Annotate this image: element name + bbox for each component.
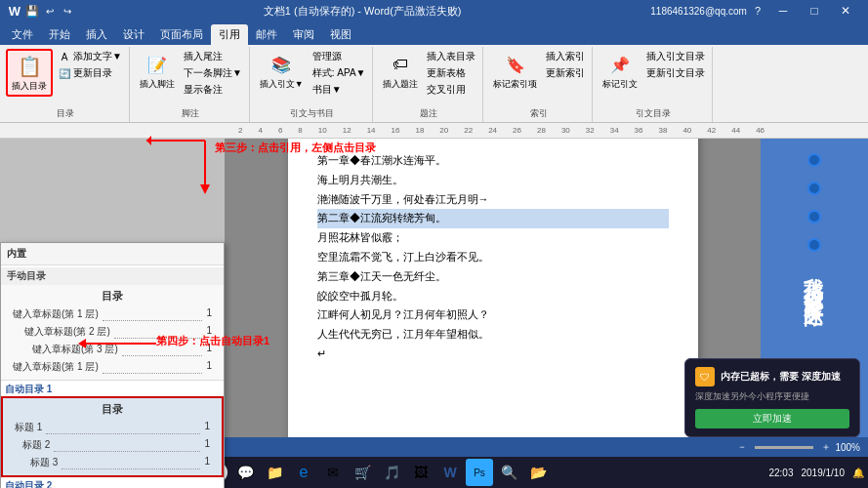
ruler-content: 2468101214161820222426283032343638404244… bbox=[228, 126, 765, 135]
undo-quick[interactable]: ↩ bbox=[43, 4, 57, 18]
tab-home[interactable]: 开始 bbox=[41, 24, 78, 45]
help-icon[interactable]: ? bbox=[755, 5, 761, 17]
toc-icon: 📋 bbox=[16, 53, 43, 80]
doc-line-11: ↵ bbox=[317, 345, 669, 364]
index-group-label: 索引 bbox=[485, 107, 592, 120]
zoom-slider[interactable] bbox=[755, 446, 813, 449]
restore-button[interactable]: □ bbox=[800, 0, 829, 21]
citation-label: 插入引文▼ bbox=[260, 78, 304, 91]
notification-icon-taskbar[interactable]: 🔔 bbox=[852, 468, 864, 478]
notification-title: 内存已超标，需要 深度加速 bbox=[721, 370, 841, 384]
authority-small-btns: 插入引文目录 更新引文目录 bbox=[643, 49, 708, 81]
insert-citation-button[interactable]: 📚 插入引文▼ bbox=[256, 49, 308, 93]
auto1-item-3[interactable]: 标题 3 1 bbox=[11, 454, 214, 471]
app-edge[interactable]: e bbox=[290, 459, 317, 486]
footnote-group-content: 📝 插入脚注 插入尾注 下一条脚注▼ 显示备注 bbox=[136, 49, 245, 108]
update-index-button[interactable]: 更新索引 bbox=[543, 65, 588, 81]
show-notes-button[interactable]: 显示备注 bbox=[181, 82, 245, 98]
app-word[interactable]: W bbox=[436, 459, 464, 486]
user-email: 1186461326@qq.com bbox=[650, 6, 747, 17]
zoom-in-button[interactable]: ＋ bbox=[821, 440, 831, 454]
style-button[interactable]: 样式: APA▼ bbox=[310, 65, 369, 81]
citation-icon: 📚 bbox=[268, 51, 295, 78]
tab-view[interactable]: 视图 bbox=[322, 24, 359, 45]
auto1-dots-1 bbox=[46, 421, 200, 434]
insert-index-button[interactable]: 插入索引 bbox=[543, 49, 588, 64]
close-button[interactable]: ✕ bbox=[831, 0, 860, 21]
app-search2[interactable]: 🔍 bbox=[495, 459, 522, 486]
ruler: 2468101214161820222426283032343638404244… bbox=[0, 123, 868, 139]
tab-mailings[interactable]: 邮件 bbox=[248, 24, 285, 45]
ribbon: 📋 插入目录 A 添加文字▼ 🔄 更新目录 目录 📝 插入脚注 bbox=[0, 45, 868, 123]
app-music[interactable]: 🎵 bbox=[378, 459, 405, 486]
app-explorer[interactable]: 📁 bbox=[261, 459, 288, 486]
update-toc-icon: 🔄 bbox=[58, 66, 71, 80]
toc-button-label: 插入目录 bbox=[12, 80, 47, 93]
auto1-item-1[interactable]: 标题 1 1 bbox=[11, 419, 214, 436]
app-store[interactable]: 🛒 bbox=[349, 459, 376, 486]
tab-insert[interactable]: 插入 bbox=[78, 24, 115, 45]
bibliography-button[interactable]: 书目▼ bbox=[310, 82, 369, 98]
update-toc-auth-label: 更新引文目录 bbox=[646, 66, 705, 80]
auto1-item-2[interactable]: 标题 2 1 bbox=[11, 436, 214, 454]
notification-header: 🛡 内存已超标，需要 深度加速 bbox=[695, 367, 849, 386]
show-notes-label: 显示备注 bbox=[184, 83, 223, 97]
zoom-level: 100% bbox=[835, 442, 860, 453]
tab-references[interactable]: 引用 bbox=[211, 24, 248, 45]
taskbar-time: 22:03 bbox=[768, 468, 793, 478]
update-table-button[interactable]: 更新表格 bbox=[424, 65, 478, 81]
auto1-label-1: 标题 1 bbox=[15, 421, 42, 434]
page-1: 1 bbox=[206, 307, 212, 321]
citation-group: 📚 插入引文▼ 管理源 样式: APA▼ 书目▼ 引文与书目 bbox=[252, 47, 374, 122]
taskbar-apps: 💬 📁 e ✉ 🛒 🎵 🖼 W Ps 🔍 📂 bbox=[231, 459, 552, 486]
insert-toc-auth-button[interactable]: 插入引文目录 bbox=[643, 49, 708, 64]
footnote-label: 插入脚注 bbox=[140, 78, 175, 91]
next-footnote-button[interactable]: 下一条脚注▼ bbox=[181, 65, 245, 81]
app-taskview[interactable]: 💬 bbox=[231, 459, 259, 486]
insert-endnote-button[interactable]: 插入尾注 bbox=[181, 49, 245, 64]
app-photos[interactable]: 🖼 bbox=[407, 459, 434, 486]
builtin-label: 内置 bbox=[1, 243, 224, 265]
tab-layout[interactable]: 页面布局 bbox=[152, 24, 211, 45]
caption-icon: 🏷 bbox=[387, 51, 414, 78]
main-document: 第一章◆春江潮水连海平。 海上明月共潮生。 滟滟随波千万里，何处春江无月明→ 第… bbox=[225, 139, 761, 437]
page-4: 1 bbox=[206, 360, 212, 374]
app-file[interactable]: 📂 bbox=[524, 459, 552, 486]
tab-review[interactable]: 审阅 bbox=[285, 24, 322, 45]
tab-file[interactable]: 文件 bbox=[4, 24, 41, 45]
footnote-icon: 📝 bbox=[144, 51, 171, 78]
mark-entry-label: 标记索引项 bbox=[493, 78, 537, 91]
minimize-button[interactable]: ─ bbox=[768, 0, 798, 21]
save-quick[interactable]: 💾 bbox=[25, 4, 39, 18]
insert-caption-button[interactable]: 🏷 插入题注 bbox=[379, 49, 422, 93]
svg-marker-5 bbox=[78, 339, 86, 348]
word-icon: W bbox=[8, 4, 21, 18]
mark-citation-button[interactable]: 📌 标记引文 bbox=[599, 49, 641, 93]
add-text-button[interactable]: A 添加文字▼ bbox=[55, 49, 125, 64]
style-label: 样式: APA▼ bbox=[312, 66, 366, 80]
auto1-toc-content[interactable]: 目录 标题 1 1 标题 2 1 标题 3 1 bbox=[1, 396, 224, 477]
toc-authority-content: 📌 标记引文 插入引文目录 更新引文目录 bbox=[599, 49, 708, 108]
dot-4 bbox=[807, 238, 821, 252]
insert-footnote-button[interactable]: 📝 插入脚注 bbox=[136, 49, 179, 93]
mark-entry-button[interactable]: 🔖 标记索引项 bbox=[489, 49, 541, 93]
insert-table-figures-button[interactable]: 插入表目录 bbox=[424, 49, 478, 64]
zoom-out-button[interactable]: － bbox=[737, 440, 747, 454]
doc-line-3: 滟滟随波千万里，何处春江无月明→ bbox=[317, 190, 669, 210]
app-mail[interactable]: ✉ bbox=[319, 459, 347, 486]
update-toc-auth-button[interactable]: 更新引文目录 bbox=[643, 65, 708, 81]
insert-toc-button[interactable]: 📋 插入目录 bbox=[6, 49, 53, 97]
manage-sources-button[interactable]: 管理源 bbox=[310, 49, 369, 64]
update-toc-button[interactable]: 🔄 更新目录 bbox=[55, 65, 125, 81]
auto1-page-1: 1 bbox=[204, 421, 210, 434]
doc-line-6: 空里流霜不觉飞，汀上白沙看不见。 bbox=[317, 248, 669, 267]
insert-table-figures-label: 插入表目录 bbox=[427, 50, 475, 63]
notification-action-button[interactable]: 立即加速 bbox=[695, 409, 849, 428]
auto1-title: 目录 bbox=[11, 402, 214, 417]
step3-annotation: 第三步：点击引用，左侧点击目录 bbox=[146, 141, 264, 202]
cross-reference-button[interactable]: 交叉引用 bbox=[424, 82, 478, 98]
tab-design[interactable]: 设计 bbox=[115, 24, 152, 45]
app-ps[interactable]: Ps bbox=[466, 459, 493, 486]
redo-quick[interactable]: ↪ bbox=[61, 4, 74, 18]
index-group-content: 🔖 标记索引项 插入索引 更新索引 bbox=[489, 49, 588, 108]
